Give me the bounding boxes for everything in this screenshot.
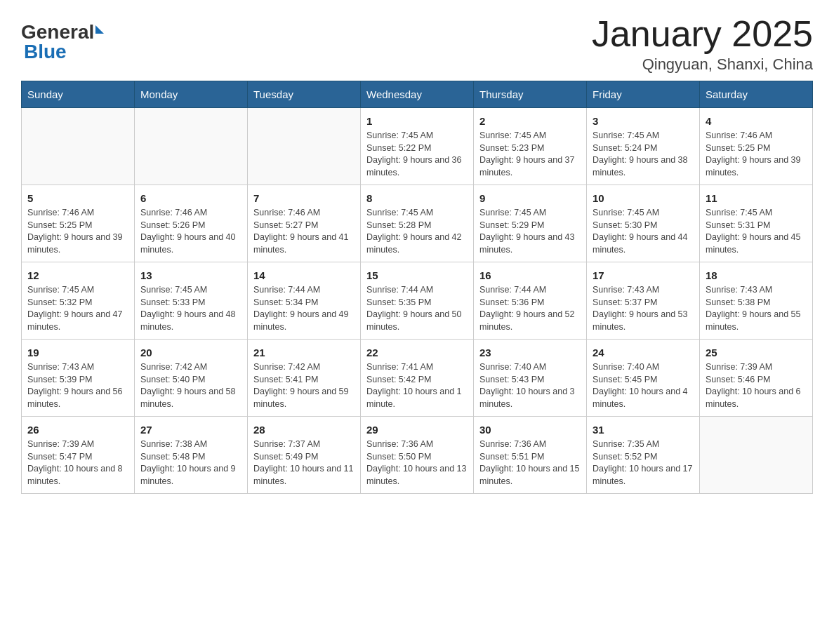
calendar-cell: 8Sunrise: 7:45 AM Sunset: 5:28 PM Daylig… [361,185,474,262]
day-info: Sunrise: 7:43 AM Sunset: 5:38 PM Dayligh… [706,284,807,333]
day-number: 31 [593,422,694,437]
day-info: Sunrise: 7:45 AM Sunset: 5:29 PM Dayligh… [479,207,581,256]
day-info: Sunrise: 7:41 AM Sunset: 5:42 PM Dayligh… [366,361,468,410]
day-info: Sunrise: 7:45 AM Sunset: 5:33 PM Dayligh… [140,284,241,333]
calendar-week-row: 19Sunrise: 7:43 AM Sunset: 5:39 PM Dayli… [22,340,813,417]
calendar-cell: 9Sunrise: 7:45 AM Sunset: 5:29 PM Daylig… [474,185,587,262]
day-info: Sunrise: 7:45 AM Sunset: 5:22 PM Dayligh… [366,130,468,179]
calendar-cell: 22Sunrise: 7:41 AM Sunset: 5:42 PM Dayli… [361,340,474,417]
day-number: 21 [253,345,355,360]
day-info: Sunrise: 7:39 AM Sunset: 5:47 PM Dayligh… [27,438,128,488]
day-info: Sunrise: 7:45 AM Sunset: 5:31 PM Dayligh… [706,207,807,256]
calendar-cell: 21Sunrise: 7:42 AM Sunset: 5:41 PM Dayli… [248,340,361,417]
calendar-cell: 19Sunrise: 7:43 AM Sunset: 5:39 PM Dayli… [22,340,135,417]
day-number: 5 [27,191,128,206]
logo: General Blue [21,21,104,63]
calendar-cell: 26Sunrise: 7:39 AM Sunset: 5:47 PM Dayli… [22,417,135,494]
calendar-cell: 20Sunrise: 7:42 AM Sunset: 5:40 PM Dayli… [135,340,248,417]
day-info: Sunrise: 7:45 AM Sunset: 5:24 PM Dayligh… [593,130,694,179]
calendar-cell [700,417,813,494]
calendar-header-wednesday: Wednesday [361,81,474,108]
month-title: January 2025 [592,14,813,54]
calendar-cell: 18Sunrise: 7:43 AM Sunset: 5:38 PM Dayli… [700,262,813,340]
day-info: Sunrise: 7:44 AM Sunset: 5:34 PM Dayligh… [253,284,355,333]
location-title: Qingyuan, Shanxi, China [592,55,813,74]
calendar-week-row: 12Sunrise: 7:45 AM Sunset: 5:32 PM Dayli… [22,262,813,340]
calendar-cell: 4Sunrise: 7:46 AM Sunset: 5:25 PM Daylig… [700,108,813,185]
day-info: Sunrise: 7:46 AM Sunset: 5:27 PM Dayligh… [253,207,355,256]
day-number: 9 [479,191,581,206]
calendar-cell: 17Sunrise: 7:43 AM Sunset: 5:37 PM Dayli… [587,262,700,340]
day-info: Sunrise: 7:40 AM Sunset: 5:45 PM Dayligh… [593,361,694,410]
calendar-cell: 10Sunrise: 7:45 AM Sunset: 5:30 PM Dayli… [587,185,700,262]
calendar-header-row: SundayMondayTuesdayWednesdayThursdayFrid… [22,81,813,108]
day-number: 12 [27,268,128,283]
day-info: Sunrise: 7:37 AM Sunset: 5:49 PM Dayligh… [253,438,355,488]
calendar-cell: 29Sunrise: 7:36 AM Sunset: 5:50 PM Dayli… [361,417,474,494]
calendar-cell: 27Sunrise: 7:38 AM Sunset: 5:48 PM Dayli… [135,417,248,494]
day-number: 10 [593,191,694,206]
day-number: 17 [593,268,694,283]
day-info: Sunrise: 7:42 AM Sunset: 5:41 PM Dayligh… [253,361,355,410]
day-info: Sunrise: 7:44 AM Sunset: 5:35 PM Dayligh… [366,284,468,333]
day-number: 14 [253,268,355,283]
day-info: Sunrise: 7:36 AM Sunset: 5:51 PM Dayligh… [479,438,581,488]
calendar-cell: 12Sunrise: 7:45 AM Sunset: 5:32 PM Dayli… [22,262,135,340]
day-number: 29 [366,422,468,437]
day-number: 24 [593,345,694,360]
calendar-cell: 15Sunrise: 7:44 AM Sunset: 5:35 PM Dayli… [361,262,474,340]
day-number: 30 [479,422,581,437]
day-number: 18 [706,268,807,283]
day-number: 3 [593,114,694,128]
page-header: General Blue January 2025 Qingyuan, Shan… [21,14,813,74]
day-number: 20 [140,345,241,360]
day-info: Sunrise: 7:36 AM Sunset: 5:50 PM Dayligh… [366,438,468,488]
day-info: Sunrise: 7:42 AM Sunset: 5:40 PM Dayligh… [140,361,241,410]
calendar-cell: 28Sunrise: 7:37 AM Sunset: 5:49 PM Dayli… [248,417,361,494]
day-number: 13 [140,268,241,283]
calendar-week-row: 5Sunrise: 7:46 AM Sunset: 5:25 PM Daylig… [22,185,813,262]
calendar-header-thursday: Thursday [474,81,587,108]
calendar-table: SundayMondayTuesdayWednesdayThursdayFrid… [21,81,813,494]
day-number: 4 [706,114,807,128]
calendar-cell: 7Sunrise: 7:46 AM Sunset: 5:27 PM Daylig… [248,185,361,262]
calendar-header-sunday: Sunday [22,81,135,108]
calendar-cell: 16Sunrise: 7:44 AM Sunset: 5:36 PM Dayli… [474,262,587,340]
title-block: January 2025 Qingyuan, Shanxi, China [592,14,813,74]
calendar-cell: 31Sunrise: 7:35 AM Sunset: 5:52 PM Dayli… [587,417,700,494]
day-info: Sunrise: 7:45 AM Sunset: 5:28 PM Dayligh… [366,207,468,256]
calendar-cell: 11Sunrise: 7:45 AM Sunset: 5:31 PM Dayli… [700,185,813,262]
calendar-cell [248,108,361,185]
calendar-cell [22,108,135,185]
day-number: 1 [366,114,468,128]
calendar-cell: 30Sunrise: 7:36 AM Sunset: 5:51 PM Dayli… [474,417,587,494]
day-number: 19 [27,345,128,360]
calendar-week-row: 26Sunrise: 7:39 AM Sunset: 5:47 PM Dayli… [22,417,813,494]
day-number: 11 [706,191,807,206]
day-number: 7 [253,191,355,206]
day-number: 22 [366,345,468,360]
day-info: Sunrise: 7:46 AM Sunset: 5:25 PM Dayligh… [706,130,807,179]
calendar-cell: 14Sunrise: 7:44 AM Sunset: 5:34 PM Dayli… [248,262,361,340]
day-info: Sunrise: 7:43 AM Sunset: 5:37 PM Dayligh… [593,284,694,333]
calendar-cell: 23Sunrise: 7:40 AM Sunset: 5:43 PM Dayli… [474,340,587,417]
calendar-cell [135,108,248,185]
logo-triangle-icon [95,25,104,34]
day-info: Sunrise: 7:46 AM Sunset: 5:25 PM Dayligh… [27,207,128,256]
day-number: 8 [366,191,468,206]
day-info: Sunrise: 7:46 AM Sunset: 5:26 PM Dayligh… [140,207,241,256]
calendar-header-monday: Monday [135,81,248,108]
day-info: Sunrise: 7:40 AM Sunset: 5:43 PM Dayligh… [479,361,581,410]
day-number: 6 [140,191,241,206]
calendar-week-row: 1Sunrise: 7:45 AM Sunset: 5:22 PM Daylig… [22,108,813,185]
day-info: Sunrise: 7:35 AM Sunset: 5:52 PM Dayligh… [593,438,694,488]
day-info: Sunrise: 7:39 AM Sunset: 5:46 PM Dayligh… [706,361,807,410]
day-number: 15 [366,268,468,283]
calendar-header-tuesday: Tuesday [248,81,361,108]
day-number: 2 [479,114,581,128]
calendar-cell: 2Sunrise: 7:45 AM Sunset: 5:23 PM Daylig… [474,108,587,185]
day-info: Sunrise: 7:43 AM Sunset: 5:39 PM Dayligh… [27,361,128,410]
day-number: 26 [27,422,128,437]
logo-blue-text: Blue [24,41,67,63]
calendar-cell: 6Sunrise: 7:46 AM Sunset: 5:26 PM Daylig… [135,185,248,262]
